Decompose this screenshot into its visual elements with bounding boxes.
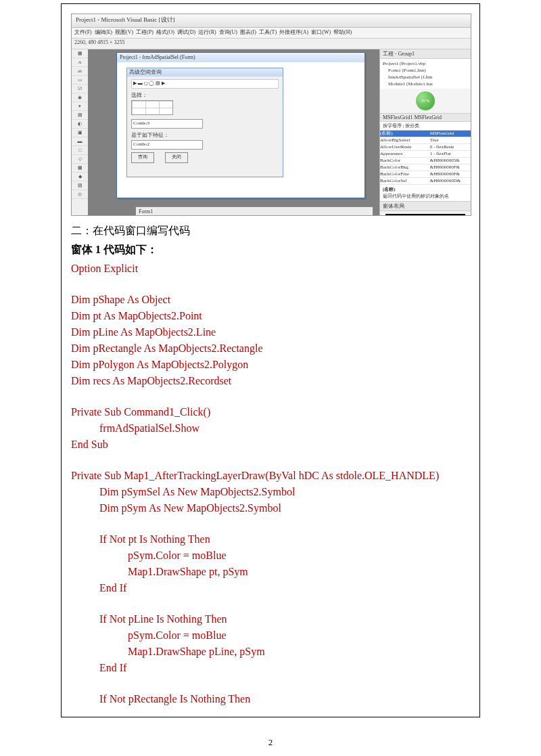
code-line: If Not pLine Is Nothing Then xyxy=(71,611,470,627)
menu-item: 帮助(H) xyxy=(333,29,352,35)
code-line: pSym.Color = moBlue xyxy=(71,627,470,644)
form-layout-panel: 窗体布局 frmAd xyxy=(380,202,471,216)
menu-item: 外接程序(A) xyxy=(279,29,308,35)
prop-desc-name: (名称) xyxy=(383,187,396,192)
mdi-area: Project1 - frmAdSpatialSel (Form) 高级空间查询… xyxy=(88,49,380,215)
property-row: BackColorFixe&H8000000F& xyxy=(380,171,471,178)
properties-tabs: 按字母序 | 按分类 (名称)MSFlexGridAllowBigSelectT… xyxy=(380,122,471,185)
code-line: Dim pSym As New MapObjects2.Symbol xyxy=(71,500,470,516)
menu-item: 格式(O) xyxy=(156,29,174,35)
form-designer-window: Project1 - frmAdSpatialSel (Form) 高级空间查询… xyxy=(116,52,365,198)
progress-badge: 37% xyxy=(416,91,435,110)
palette-tool-icon: ◉ xyxy=(72,93,88,102)
property-row: AllowUserResiz0 - flexResiz xyxy=(380,144,471,151)
property-row: Appearance1 - flexFlat xyxy=(380,151,471,158)
properties-grid: (名称)MSFlexGridAllowBigSelectTrueAllowUse… xyxy=(380,131,471,185)
tree-node-module1: Module1 (Module1.bas xyxy=(383,81,468,87)
properties-panel: MSFlexGrid1 MSFlexGrid 按字母序 | 按分类 (名称)MS… xyxy=(380,114,471,202)
menu-item: 运行(R) xyxy=(198,29,216,35)
toolbox-palette: ▦Aab▭☑◉▾▤◐▣▬□◇▦◆▨◎ xyxy=(72,49,89,215)
code-line: If Not pRectangle Is Nothing Then xyxy=(71,691,470,707)
code-line: End If xyxy=(71,660,470,676)
code-line: Map1.DrawShape pt, pSym xyxy=(71,564,470,580)
button-close: 关闭 xyxy=(165,152,188,163)
label-condition: 基于如下特征： xyxy=(131,131,279,139)
menu-item: 文件(F) xyxy=(74,29,92,35)
palette-tool-icon: ▣ xyxy=(72,129,88,137)
code-block: Option ExplicitDim pShape As ObjectDim p… xyxy=(71,261,470,707)
blank-line xyxy=(71,453,470,468)
combo-layer: Combo3 xyxy=(131,119,203,129)
code-line: Dim pShape As Object xyxy=(71,292,470,308)
palette-tool-icon: ◆ xyxy=(72,173,88,181)
code-line: Dim pSymSel As New MapObjects2.Symbol xyxy=(71,484,470,500)
code-line: pSym.Color = moBlue xyxy=(71,548,470,564)
code-line: Dim pt As MapObjects2.Point xyxy=(71,308,470,324)
ide-menubar: 文件(F)编辑(E)视图(V)工程(P)格式(O)调试(D)运行(R)查询(U)… xyxy=(72,28,471,39)
tree-root: Project1 (Project1.vbp xyxy=(383,60,468,67)
property-row: BackColorSel&H8000000D& xyxy=(380,178,471,185)
palette-tool-icon: ▾ xyxy=(72,102,88,111)
palette-tool-icon: ◎ xyxy=(72,190,88,199)
blank-line xyxy=(71,596,470,611)
label-select: 选择： xyxy=(131,91,279,99)
menu-item: 查询(U) xyxy=(219,29,237,35)
button-query: 查询 xyxy=(131,152,154,163)
code-line: End If xyxy=(71,580,470,596)
code-line: Private Sub Map1_AfterTrackingLayerDraw(… xyxy=(71,468,470,484)
form-caption: 高级空间查询 xyxy=(127,68,283,76)
palette-tool-icon: ▦ xyxy=(72,164,88,173)
ide-titlebar: Project1 - Microsoft Visual Basic [设计] xyxy=(72,14,471,28)
designer-titlebar: Project1 - frmAdSpatialSel (Form) xyxy=(117,53,364,62)
background-form-window: Form1 xyxy=(135,206,373,216)
flexgrid-control xyxy=(131,100,173,115)
palette-tool-icon: ▭ xyxy=(72,76,88,85)
menu-item: 工具(T) xyxy=(259,29,277,35)
combo-feature: Combo2 xyxy=(131,140,203,150)
project-panel-title: 工程 - Group1 xyxy=(380,49,471,59)
blank-line xyxy=(71,516,470,531)
property-row: (名称)MSFlexGrid xyxy=(380,131,471,137)
ide-right-panels: 工程 - Group1 Project1 (Project1.vbp Form1… xyxy=(379,49,471,215)
project-tree: Project1 (Project1.vbp Form1 (Form1.frm)… xyxy=(380,59,471,89)
menu-item: 调试(D) xyxy=(177,29,195,35)
property-row: BackColorBkg&H8000000F& xyxy=(380,164,471,171)
menu-item: 编辑(E) xyxy=(95,29,112,35)
palette-tool-icon: ◇ xyxy=(72,155,88,164)
palette-tool-icon: ▦ xyxy=(72,49,88,58)
palette-tool-icon: ◐ xyxy=(72,120,88,129)
project-explorer-panel: 工程 - Group1 Project1 (Project1.vbp Form1… xyxy=(380,49,471,114)
palette-tool-icon: ab xyxy=(72,67,88,76)
blank-line xyxy=(71,389,470,404)
code-line: If Not pt Is Nothing Then xyxy=(71,531,470,548)
property-row: AllowBigSelectTrue xyxy=(380,137,471,144)
palette-tool-icon: □ xyxy=(72,146,88,155)
form-body: ▶ ▬ ◻ ◯ ▨ ▶ 选择： Combo3 基于如下特征： Combo2 查询… xyxy=(127,76,283,166)
properties-tab-row: 按字母序 | 按分类 xyxy=(380,122,471,131)
layout-monitor: frmAd xyxy=(385,214,465,216)
code-line: Dim pRectangle As MapObjects2.Rectangle xyxy=(71,340,470,357)
shape-tool-row: ▶ ▬ ◻ ◯ ▨ ▶ xyxy=(131,79,279,89)
layout-panel-title: 窗体布局 xyxy=(380,202,471,211)
palette-tool-icon: ▤ xyxy=(72,111,88,120)
code-line: frmAdSpatialSel.Show xyxy=(71,420,470,437)
code-line: Option Explicit xyxy=(71,261,470,277)
property-description: (名称) 返回代码中使用的标识对象的名 xyxy=(380,185,471,201)
page-number: 2 xyxy=(0,737,541,748)
ide-toolbar: 2260, 480 4815 × 3255 xyxy=(72,39,471,49)
code-line: Map1.DrawShape pLine, pSym xyxy=(71,644,470,660)
menu-item: 窗口(W) xyxy=(311,29,331,35)
properties-title: MSFlexGrid1 MSFlexGrid xyxy=(380,114,471,122)
menu-item: 视图(V) xyxy=(115,29,133,35)
document-text: 二：在代码窗口编写代码 窗体 1 代码如下： Option ExplicitDi… xyxy=(71,223,470,707)
form-preview: 高级空间查询 ▶ ▬ ◻ ◯ ▨ ▶ 选择： Combo3 基于如下特征： Co… xyxy=(126,68,283,177)
menu-item: 图表(I) xyxy=(240,29,256,35)
code-line: End Sub xyxy=(71,437,470,453)
blank-line xyxy=(71,676,470,691)
palette-tool-icon: ☑ xyxy=(72,85,88,93)
palette-tool-icon: ▨ xyxy=(72,181,88,190)
document-page: Project1 - Microsoft Visual Basic [设计] 文… xyxy=(0,0,541,756)
tree-node-form1: Form1 (Form1.frm) xyxy=(383,67,468,74)
blank-line xyxy=(71,277,470,292)
menu-item: 工程(P) xyxy=(136,29,154,35)
